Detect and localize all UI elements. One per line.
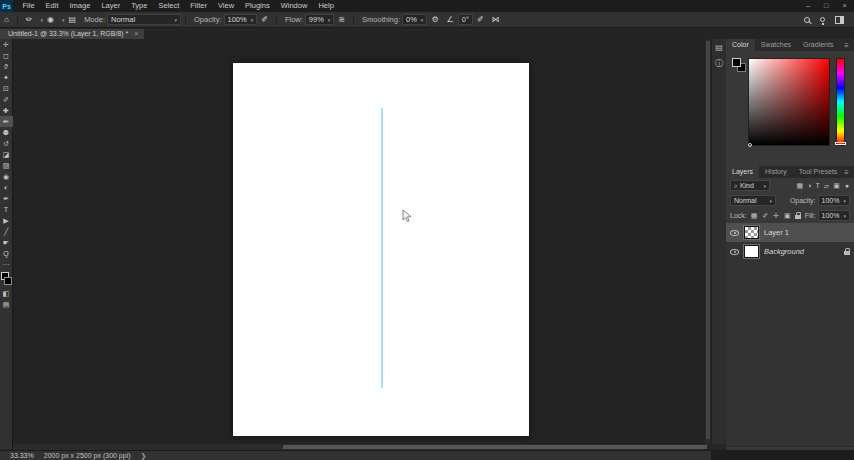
brush-tool[interactable]: ✏ — [0, 116, 13, 127]
layer-row-layer1[interactable]: Layer 1 — [726, 223, 854, 242]
menu-item[interactable]: Layer — [96, 1, 126, 10]
libraries-panel-icon[interactable]: ▤ — [715, 43, 723, 52]
menu-item[interactable]: Help — [313, 1, 339, 10]
menu-item[interactable]: Edit — [40, 1, 64, 10]
brush-preset-icon[interactable]: ✏ — [22, 15, 37, 24]
discover-icon[interactable] — [820, 17, 825, 22]
eyedropper-tool[interactable]: ✐ — [0, 94, 13, 105]
filter-type-layers-icon[interactable]: T — [814, 182, 820, 189]
maximize-button[interactable]: □ — [817, 0, 836, 12]
pressure-size-icon[interactable]: ✐ — [473, 15, 488, 24]
screen-mode-button[interactable]: ▤ — [0, 299, 13, 310]
pen-tool[interactable]: ✒ — [0, 193, 13, 204]
path-selection-tool[interactable]: ▶ — [0, 215, 13, 226]
panel-menu-icon[interactable]: ≡ — [844, 41, 854, 50]
horizontal-scrollbar-thumb[interactable] — [283, 445, 707, 449]
tab-color[interactable]: Color — [726, 39, 755, 51]
canvas-area[interactable] — [13, 39, 704, 444]
opacity-field[interactable]: 100% ▾ — [224, 14, 258, 25]
smoothing-options-gear-icon[interactable]: ⚙ — [427, 15, 442, 24]
tab-swatches[interactable]: Swatches — [755, 39, 797, 51]
lasso-tool[interactable]: ϑ — [0, 61, 13, 72]
dodge-tool[interactable]: ◐ — [0, 182, 13, 193]
menu-item[interactable]: Image — [64, 1, 96, 10]
filter-shape-layers-icon[interactable]: ▱ — [823, 182, 830, 190]
lock-move-icon[interactable]: ✛ — [772, 212, 780, 220]
lock-paint-icon[interactable]: ✐ — [761, 212, 769, 220]
layer-row-background[interactable]: Background — [726, 242, 854, 261]
minimize-button[interactable]: – — [799, 0, 817, 12]
layer-name[interactable]: Layer 1 — [764, 228, 789, 237]
vertical-scrollbar-thumb[interactable] — [706, 41, 710, 439]
tab-tool-presets[interactable]: Tool Presets — [793, 166, 844, 178]
background-color-swatch[interactable] — [4, 277, 12, 285]
info-panel-icon[interactable]: ⓘ — [715, 58, 723, 69]
blend-mode-select[interactable]: Normal ▾ — [107, 14, 181, 25]
hue-slider[interactable] — [836, 58, 845, 146]
type-tool[interactable]: T — [0, 204, 13, 215]
layer-fill-field[interactable]: 100% ▾ — [818, 210, 850, 221]
filter-pixel-layers-icon[interactable]: ▦ — [796, 182, 805, 190]
angle-field[interactable]: 0° — [458, 14, 473, 25]
tab-gradients[interactable]: Gradients — [797, 39, 839, 51]
close-tab-icon[interactable]: × — [134, 29, 138, 39]
visibility-eye-icon[interactable] — [730, 249, 739, 255]
filter-adjustment-layers-icon[interactable]: ◑ — [806, 182, 812, 189]
smoothing-field[interactable]: 0% ▾ — [402, 14, 427, 25]
layer-thumbnail[interactable] — [744, 245, 759, 258]
workspace-switcher-icon[interactable] — [835, 16, 844, 24]
search-icon[interactable] — [804, 17, 810, 23]
color-field-marker[interactable] — [748, 143, 752, 147]
object-selection-tool[interactable]: ✦ — [0, 72, 13, 83]
menu-item[interactable]: Select — [153, 1, 185, 10]
hand-tool[interactable]: ☛ — [0, 237, 13, 248]
menu-item[interactable]: View — [212, 1, 239, 10]
brush-panel-toggle-icon[interactable]: ▤ — [65, 15, 81, 24]
saturation-brightness-field[interactable] — [748, 58, 830, 146]
lock-transparency-icon[interactable]: ▦ — [750, 212, 759, 220]
tab-layers[interactable]: Layers — [726, 166, 759, 178]
home-icon[interactable]: ⌂ — [0, 15, 13, 24]
tab-history[interactable]: History — [759, 166, 793, 178]
menu-item[interactable]: Plugins — [240, 1, 276, 10]
blur-tool[interactable]: ◉ — [0, 171, 13, 182]
menu-item[interactable]: Type — [126, 1, 153, 10]
gradient-tool[interactable]: ▨ — [0, 160, 13, 171]
zoom-level-field[interactable]: 33.33% — [0, 452, 40, 459]
clone-stamp-tool[interactable]: ⚉ — [0, 127, 13, 138]
paint-symmetry-icon[interactable]: ⋈ — [488, 15, 504, 24]
brush-angle-icon[interactable]: ∠ — [443, 15, 458, 24]
healing-brush-tool[interactable]: ✚ — [0, 105, 13, 116]
hue-slider-marker[interactable] — [835, 142, 846, 145]
menu-item[interactable]: File — [17, 1, 40, 10]
zoom-tool[interactable]: Q — [0, 248, 13, 259]
status-chevron-icon[interactable]: ❯ — [135, 452, 147, 460]
shape-tool[interactable]: ╱ — [0, 226, 13, 237]
marquee-tool[interactable]: ◻ — [0, 50, 13, 61]
history-brush-tool[interactable]: ↺ — [0, 138, 13, 149]
filter-smart-objects-icon[interactable]: ▣ — [832, 182, 841, 190]
crop-tool[interactable]: ⊡ — [0, 83, 13, 94]
pressure-opacity-icon[interactable]: ✐ — [257, 15, 272, 24]
more-tools[interactable]: ⋯ — [0, 259, 13, 270]
lock-artboard-icon[interactable]: ▣ — [783, 212, 792, 220]
visibility-eye-icon[interactable] — [730, 230, 739, 236]
document-tab[interactable]: Untitled-1 @ 33.3% (Layer 1, RGB/8) * × — [0, 29, 144, 39]
document-canvas[interactable] — [233, 63, 529, 436]
lock-all-icon[interactable] — [795, 215, 801, 219]
quick-mask-button[interactable]: ◧ — [0, 288, 13, 299]
layer-thumbnail[interactable] — [744, 226, 759, 239]
airbrush-icon[interactable]: ≋ — [334, 15, 349, 24]
eraser-tool[interactable]: ◪ — [0, 149, 13, 160]
vertical-scrollbar[interactable] — [704, 39, 710, 444]
layer-opacity-field[interactable]: 100% ▾ — [818, 195, 850, 206]
close-button[interactable]: × — [836, 0, 854, 12]
move-tool[interactable]: ✛ — [0, 39, 13, 50]
layer-name[interactable]: Background — [764, 247, 804, 256]
panel-menu-icon[interactable]: ≡ — [844, 168, 854, 177]
menu-item[interactable]: Filter — [185, 1, 213, 10]
menu-item[interactable]: Window — [275, 1, 313, 10]
layer-blend-mode-select[interactable]: Normal ▾ — [730, 195, 776, 206]
foreground-color-swatch[interactable] — [732, 58, 741, 67]
flow-field[interactable]: 99% ▾ — [305, 14, 335, 25]
